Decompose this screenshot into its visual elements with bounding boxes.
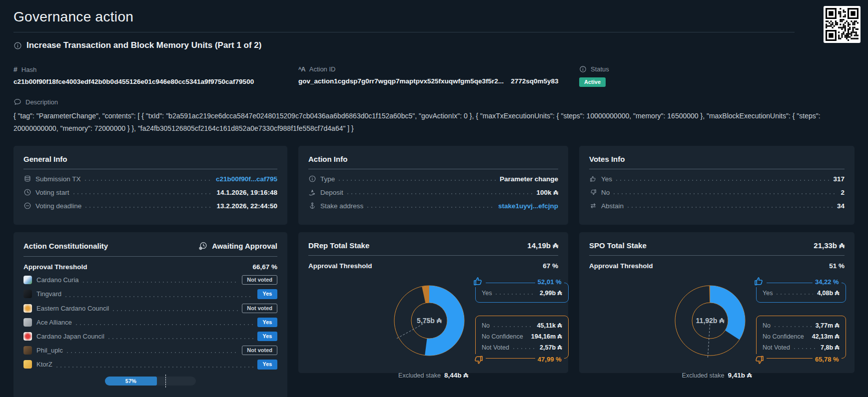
vote-badge: Yes	[257, 318, 277, 327]
description-label: Description	[25, 98, 58, 106]
avatar	[23, 332, 32, 341]
drep-total-stake-card: DRep Total Stake 14,19b ₳ Approval Thres…	[298, 232, 568, 373]
no-votes-row: No 2	[589, 188, 845, 196]
list-item[interactable]: KtorZYes	[23, 360, 277, 369]
vote-badge: Not voted	[242, 304, 277, 313]
thumbs-up-icon	[589, 175, 597, 183]
avatar	[23, 346, 32, 355]
transaction-icon	[23, 175, 31, 183]
total-stake-value: 21,33b ₳	[814, 241, 845, 250]
approval-threshold-row: Approval Threshold 51 %	[589, 262, 845, 270]
hash-icon: #	[13, 65, 17, 73]
list-item[interactable]: Cardano CuriaNot voted	[23, 275, 277, 285]
list-item[interactable]: Ace AllianceYes	[23, 318, 277, 327]
deposit-row: Deposit 100k ₳	[308, 188, 558, 196]
avatar	[23, 318, 32, 327]
thumbs-down-icon	[752, 354, 767, 366]
action-constitutionality-card: Action Constitutionality Awaiting Approv…	[13, 232, 287, 397]
card-title: SPO Total Stake	[589, 241, 647, 250]
anchor-icon	[308, 202, 316, 210]
excluded-stake-row: Excluded stake 8,44b ₳	[308, 372, 558, 379]
voting-deadline-row: Voting deadline 13.2.2026, 22:44:50	[23, 202, 277, 210]
clock-icon	[23, 188, 31, 196]
dotted-leader	[83, 282, 238, 283]
type-row: Type Parameter change	[308, 175, 558, 183]
info-circle-icon	[13, 41, 22, 50]
governance-action-title: Increase Transaction and Block Memory Un…	[13, 40, 855, 50]
avatar	[23, 360, 32, 369]
stake-address-row: Stake address stake1uyvj...efcjnp	[308, 202, 558, 210]
drep-stake-donut-chart: 5,75b ₳	[383, 275, 475, 367]
stake-address-link[interactable]: stake1uyvj...efcjnp	[498, 202, 558, 210]
status-badge: Active	[579, 77, 606, 87]
yes-votes-row: Yes 317	[589, 175, 845, 183]
approval-progress-bar: 57%	[105, 377, 196, 386]
vote-badge: Yes	[257, 332, 277, 341]
thumbs-up-icon	[752, 275, 767, 287]
dotted-leader	[494, 326, 533, 327]
dotted-leader	[777, 294, 813, 295]
progress-fill: 57%	[105, 377, 157, 386]
dotted-leader	[614, 193, 837, 194]
action-id-icon: ᴬA	[298, 65, 305, 73]
list-item[interactable]: Cardano Japan CouncilYes	[23, 332, 277, 341]
dotted-leader	[113, 310, 238, 311]
status-label: Status	[591, 65, 609, 73]
hash-label: Hash	[21, 66, 36, 73]
list-item[interactable]: TingvardYes	[23, 289, 277, 299]
dotted-leader	[496, 294, 536, 295]
no-percentage: 65,78 %	[813, 356, 842, 363]
description-icon	[13, 98, 21, 106]
deposit-icon	[308, 188, 316, 196]
dotted-leader	[775, 326, 812, 327]
dotted-leader	[339, 180, 496, 181]
vote-badge: Not voted	[242, 346, 277, 355]
action-id-value: gov_action1cgdsp7g0rr7wgqp7maptpvx525fxu…	[298, 77, 568, 85]
general-info-card: General Info Submission TX c21b00f90f...…	[13, 146, 287, 225]
action-id-label: Action ID	[309, 65, 336, 73]
description-block: Description { "tag": "ParameterChange", …	[13, 98, 855, 135]
dotted-leader	[56, 367, 253, 368]
governance-action-name: Increase Transaction and Block Memory Un…	[26, 40, 261, 50]
yes-stake-box: 52,01 % Yes2,99b ₳	[475, 283, 569, 303]
deadline-icon	[23, 202, 31, 210]
approval-threshold-row: Approval Threshold 67 %	[308, 262, 558, 270]
thumbs-down-icon	[471, 354, 486, 366]
total-stake-value: 14,19b ₳	[527, 241, 558, 250]
list-item[interactable]: Phil_uplcNot voted	[23, 346, 277, 355]
committee-member-list: Cardano CuriaNot voted TingvardYes Easte…	[23, 275, 277, 369]
submission-tx-link[interactable]: c21b00f90f...caf795	[216, 175, 277, 183]
dotted-leader	[628, 207, 833, 208]
excluded-stake-row: Excluded stake 9,41b ₳	[589, 372, 845, 379]
card-title: Action Constitutionality	[23, 242, 108, 250]
threshold-marker	[165, 375, 166, 388]
avatar	[23, 290, 32, 298]
abstain-arrows-icon	[589, 202, 597, 210]
dotted-leader	[76, 324, 253, 325]
action-id-block: ᴬAAction ID gov_action1cgdsp7g0rr7wgqp7m…	[298, 65, 568, 87]
abstain-votes-row: Abstain 34	[589, 202, 845, 210]
dotted-leader	[85, 180, 212, 181]
status-info-icon	[579, 65, 587, 73]
card-title: Action Info	[308, 155, 347, 163]
yes-percentage: 34,22 %	[813, 278, 842, 286]
yes-percentage: 52,01 %	[535, 278, 564, 286]
status-block: Status Active	[579, 65, 855, 87]
approval-threshold-row: Approval Threshold 66,67 %	[23, 263, 277, 271]
dotted-leader	[67, 352, 238, 353]
thumbs-up-icon	[471, 275, 486, 287]
dotted-leader	[65, 296, 253, 297]
vote-badge: Yes	[257, 360, 277, 369]
thumbs-down-icon	[589, 188, 597, 196]
awaiting-approval-icon	[198, 241, 208, 251]
dotted-leader	[794, 348, 817, 349]
constitutionality-status: Awaiting Approval	[198, 241, 277, 251]
no-percentage: 47,99 %	[535, 356, 564, 363]
card-title: General Info	[23, 155, 67, 163]
no-stake-box: No45,11k ₳ No Confidence194,16m ₳ Not Vo…	[475, 316, 569, 359]
spo-total-stake-card: SPO Total Stake 21,33b ₳ Approval Thresh…	[579, 232, 855, 373]
dotted-leader	[347, 193, 533, 194]
list-item[interactable]: Eastern Cardano CouncilNot voted	[23, 304, 277, 313]
spo-stake-donut-chart: 11,92b ₳	[664, 275, 756, 367]
dotted-leader	[73, 193, 213, 194]
